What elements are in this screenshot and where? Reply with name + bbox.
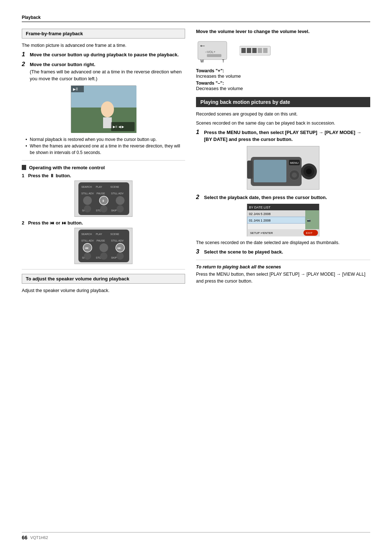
datelist-svg: BY DATE LIST 02 JAN 5 2008 01 JAN 1 2008…	[247, 204, 319, 236]
playing-step3-num: 3	[196, 248, 202, 256]
playing-step1: 1 Press the MENU button, then select [PL…	[196, 129, 370, 143]
svg-text:T: T	[222, 59, 224, 63]
remote-image-1: SEARCH PLAY SCENE STILL ADV PAUSE STILL …	[74, 181, 132, 217]
svg-text:PAUSE: PAUSE	[97, 192, 105, 195]
remote-svg-2: SEARCH PLAY SCENE STILL ADV PAUSE STILL …	[75, 228, 132, 264]
frame-by-frame-section: Frame-by-frame playback	[22, 29, 185, 39]
playing-step1-text: Press the MENU button, then select [PLAY…	[204, 129, 370, 143]
svg-text:PAUSE: PAUSE	[97, 239, 105, 242]
svg-rect-56	[263, 48, 268, 53]
playing-back-title: Playing back motion pictures by date	[196, 97, 370, 107]
svg-text:STILL ADV: STILL ADV	[111, 239, 124, 242]
svg-point-18	[116, 196, 124, 205]
bullet-item-1: Normal playback is restored when you mov…	[25, 136, 185, 143]
remote-image-2: SEARCH PLAY SCENE STILL ADV PAUSE STILL …	[74, 228, 132, 264]
volume-indicator-image	[240, 38, 272, 58]
towards-minus-group: Towards "–": Decreases the volume	[196, 80, 370, 91]
camera-svg: MENU	[247, 146, 319, 190]
bullet-item-2: When the frames are advanced one at a ti…	[25, 143, 185, 156]
remote-step1-label: 1 Press the ⏸ button.	[22, 173, 185, 178]
bullet-list: Normal playback is restored when you mov…	[22, 136, 185, 156]
step1-item: 1 Move the cursor button up during playb…	[22, 51, 185, 58]
svg-text:PLAY: PLAY	[96, 186, 102, 188]
svg-text:▶II: ▶II	[73, 87, 78, 91]
step2-text-bold: Move the cursor button right.	[30, 62, 95, 67]
volume-lever-area: ← −VOL+ W T	[196, 38, 370, 64]
remote-step1-text: Press the ⏸ button.	[28, 173, 71, 178]
towards-plus-text: Increases the volume	[196, 73, 241, 79]
svg-text:📷: 📷	[307, 218, 311, 222]
svg-text:−VOL+: −VOL+	[205, 50, 216, 54]
left-column: Frame-by-frame playback The motion pictu…	[22, 29, 185, 296]
page-code: VQT1H62	[30, 535, 48, 540]
remote-step2-text: Press the ⏮ or ⏭ button.	[28, 220, 83, 226]
playing-back-body2: Scenes recorded on the same day can be p…	[196, 120, 370, 127]
playing-step1-num: 1	[196, 129, 202, 143]
playing-step3-text: Select the scene to be played back.	[204, 248, 283, 256]
svg-rect-62	[247, 161, 253, 179]
svg-point-44	[117, 252, 124, 260]
playing-step2-num: 2	[196, 194, 202, 201]
svg-text:PLAY: PLAY	[96, 233, 102, 235]
svg-text:⏭: ⏭	[118, 246, 121, 250]
between-steps-text: The scenes recorded on the date selected…	[196, 239, 370, 246]
svg-text:SKIP: SKIP	[111, 256, 117, 259]
step1-text-bold: Move the cursor button up during playbac…	[30, 52, 179, 57]
svg-point-43	[100, 252, 107, 260]
svg-text:⏸: ⏸	[102, 199, 105, 203]
to-return-title: To return to playing back all the scenes	[196, 264, 370, 270]
speaker-volume-title: To adjust the speaker volume during play…	[26, 276, 181, 281]
remote-step2-label: 2 Press the ⏮ or ⏭ button.	[22, 220, 185, 226]
camera-image: MENU	[247, 146, 319, 190]
svg-rect-48	[207, 54, 221, 57]
header-label: Playback	[22, 15, 41, 20]
datelist-image: BY DATE LIST 02 JAN 5 2008 01 JAN 1 2008…	[247, 204, 319, 236]
svg-text:▶II  ◀  ▶: ▶II ◀ ▶	[113, 125, 124, 129]
svg-point-42	[84, 252, 91, 260]
svg-point-3	[101, 101, 114, 117]
svg-text:02   JAN 5 2008: 02 JAN 5 2008	[249, 212, 271, 216]
svg-rect-55	[258, 48, 262, 53]
svg-text:SEARCH: SEARCH	[81, 233, 92, 235]
svg-text:SETUP  ↩ENTER: SETUP ↩ENTER	[250, 231, 273, 235]
svg-text:STILL ADV: STILL ADV	[81, 192, 94, 195]
towards-plus-label: Towards "+":	[196, 68, 224, 73]
page: Playback Frame-by-frame playback The mot…	[0, 0, 392, 555]
speaker-volume-body: Adjust the speaker volume during playbac…	[22, 287, 185, 294]
svg-text:MENU: MENU	[290, 161, 299, 165]
svg-rect-58	[254, 160, 286, 182]
divider-right	[196, 260, 370, 260]
speaker-volume-section: To adjust the speaker volume during play…	[22, 274, 185, 284]
svg-rect-54	[252, 48, 257, 53]
svg-point-66	[292, 173, 297, 178]
playing-step3-text-content: Select the scene to be played back.	[204, 249, 283, 255]
page-footer: 66 VQT1H62	[22, 532, 370, 540]
svg-text:STILL ADV: STILL ADV	[81, 239, 94, 242]
svg-point-26	[117, 205, 124, 212]
operating-remote-header: Operating with the remote control	[22, 165, 185, 170]
volume-lever-title: Move the volume lever to change the volu…	[196, 29, 370, 34]
frame-playback-svg: ▶II ▶II ◀ ▶	[71, 86, 136, 133]
volume-lever-image: ← −VOL+ W T	[196, 38, 236, 64]
divider-1	[22, 160, 185, 161]
to-return-body: Press the MENU button, then select [PLAY…	[196, 271, 370, 285]
svg-text:01   JAN 1 2008: 01 JAN 1 2008	[249, 219, 271, 222]
playing-step2-text-content: Select the playback date, then press the…	[204, 195, 327, 200]
towards-minus-label: Towards "–":	[196, 81, 224, 86]
svg-point-16	[83, 196, 92, 205]
svg-text:EXIT: EXIT	[306, 231, 313, 235]
svg-point-25	[100, 205, 107, 212]
svg-text:⏮: ⏮	[85, 246, 89, 250]
step2-text-normal: (The frames will be advanced one at a ti…	[30, 69, 181, 82]
right-column: Move the volume lever to change the volu…	[196, 29, 370, 296]
vol-indicator-svg	[240, 44, 272, 57]
page-header: Playback	[22, 15, 370, 22]
step1-num: 1	[22, 51, 28, 58]
svg-text:BY DATE LIST: BY DATE LIST	[249, 206, 271, 209]
svg-text:←: ←	[199, 41, 206, 49]
operating-remote-title: Operating with the remote control	[29, 165, 105, 170]
frame-playback-image: ▶II ▶II ◀ ▶	[71, 85, 136, 133]
page-number: 66	[22, 535, 28, 540]
step2-item: 2 Move the cursor button right. (The fra…	[22, 61, 185, 82]
svg-text:W: W	[200, 59, 204, 63]
